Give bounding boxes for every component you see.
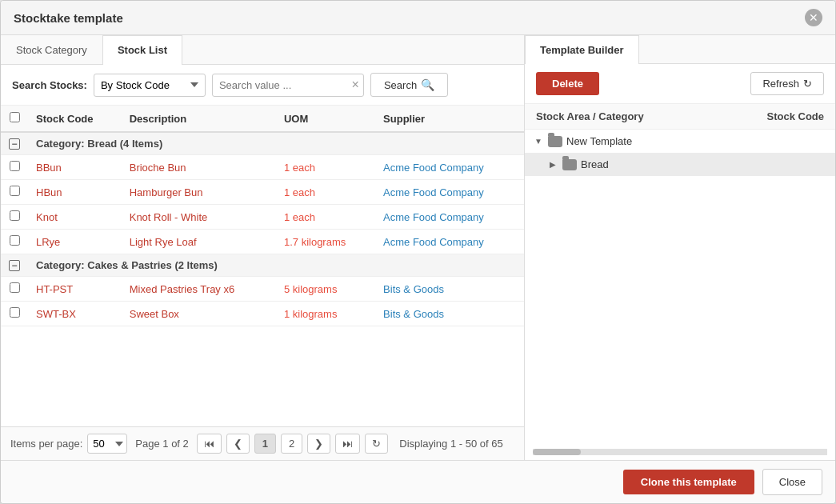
stock-code-link[interactable]: Knot xyxy=(36,211,58,223)
first-page-button[interactable]: ⏮ xyxy=(197,434,222,454)
description-cell: Light Rye Loaf xyxy=(122,230,276,254)
search-button[interactable]: Search 🔍 xyxy=(370,73,448,97)
row-checkbox[interactable] xyxy=(10,307,20,318)
col-area-label: Stock Area / Category xyxy=(536,110,644,122)
supplier-link[interactable]: Acme Food Company xyxy=(383,236,484,248)
clone-template-button[interactable]: Clone this template xyxy=(623,470,754,494)
stock-code-link[interactable]: SWT-BX xyxy=(36,308,76,320)
col-header-description: Description xyxy=(122,106,276,132)
description-cell: Knot Roll - White xyxy=(122,205,276,230)
tree-item-bread[interactable]: ▶ Bread xyxy=(525,153,835,176)
page-num-2[interactable]: 2 xyxy=(281,434,302,454)
table-row: Knot Knot Roll - White 1 each Acme Food … xyxy=(1,205,524,230)
right-toolbar: Delete Refresh ↻ xyxy=(525,64,835,104)
table-category-row: − Category: Cakes & Pastries (2 Items) xyxy=(1,254,524,277)
description-link[interactable]: Sweet Box xyxy=(130,308,179,320)
uom-cell: 1.7 kilograms xyxy=(276,230,375,254)
row-checkbox-cell xyxy=(1,302,28,326)
category-collapse-btn[interactable]: − xyxy=(1,254,28,277)
horizontal-scrollbar[interactable] xyxy=(533,449,827,455)
row-checkbox-cell xyxy=(1,277,28,302)
row-checkbox[interactable] xyxy=(10,186,20,196)
stock-code-cell: Knot xyxy=(28,205,122,230)
tree-header: Stock Area / Category Stock Code xyxy=(525,104,835,130)
right-tabs-bar: Template Builder xyxy=(525,35,835,64)
supplier-link[interactable]: Acme Food Company xyxy=(383,186,484,198)
tree-content: ▼ New Template ▶ Bread xyxy=(525,130,835,444)
row-checkbox[interactable] xyxy=(10,235,20,246)
category-collapse-btn[interactable]: − xyxy=(1,132,28,155)
close-x-button[interactable]: ✕ xyxy=(805,9,822,26)
refresh-pagination-button[interactable]: ↻ xyxy=(365,434,388,454)
stock-code-link[interactable]: HBun xyxy=(36,186,62,198)
search-input-wrap: × xyxy=(212,74,364,97)
select-all-checkbox[interactable] xyxy=(10,112,20,122)
uom-cell: 1 each xyxy=(276,180,375,205)
supplier-link[interactable]: Bits & Goods xyxy=(383,283,444,295)
pagination-bar: Items per page: 50 25 100 Page 1 of 2 ⏮ … xyxy=(1,426,524,460)
col-header-supplier: Supplier xyxy=(375,106,524,132)
folder-icon-bread xyxy=(562,159,577,170)
modal-footer: Clone this template Close xyxy=(1,460,835,503)
description-cell: Mixed Pastries Tray x6 xyxy=(122,277,276,302)
refresh-button[interactable]: Refresh ↻ xyxy=(750,72,824,95)
row-checkbox[interactable] xyxy=(10,282,20,293)
description-link[interactable]: Knot Roll - White xyxy=(130,211,208,223)
search-input[interactable] xyxy=(212,74,364,97)
modal-title: Stocktake template xyxy=(14,11,123,25)
stock-table-wrap: Stock Code Description UOM Supplier − Ca… xyxy=(1,106,524,426)
supplier-cell: Acme Food Company xyxy=(375,155,524,180)
tree-label-bread: Bread xyxy=(581,158,609,170)
stock-code-cell: HT-PST xyxy=(28,277,122,302)
description-link[interactable]: Mixed Pastries Tray x6 xyxy=(130,283,235,295)
supplier-cell: Acme Food Company xyxy=(375,180,524,205)
collapse-icon[interactable]: − xyxy=(9,260,20,271)
per-page-label: Items per page: xyxy=(10,438,82,450)
col-code-label: Stock Code xyxy=(766,110,824,122)
delete-button[interactable]: Delete xyxy=(536,72,599,95)
stock-code-link[interactable]: HT-PST xyxy=(36,283,73,295)
folder-icon-new-template xyxy=(548,136,562,147)
supplier-link[interactable]: Bits & Goods xyxy=(383,308,444,320)
tree-arrow-bread: ▶ xyxy=(547,159,558,170)
supplier-link[interactable]: Acme Food Company xyxy=(383,211,484,223)
next-page-button[interactable]: ❯ xyxy=(307,434,330,454)
prev-page-button[interactable]: ❮ xyxy=(226,434,250,454)
supplier-link[interactable]: Acme Food Company xyxy=(383,162,484,174)
scrollbar-thumb[interactable] xyxy=(533,449,581,455)
stock-code-cell: HBun xyxy=(28,180,122,205)
row-checkbox[interactable] xyxy=(10,161,20,171)
tab-template-builder[interactable]: Template Builder xyxy=(525,35,639,64)
description-cell: Sweet Box xyxy=(122,302,276,326)
description-link[interactable]: Hamburger Bun xyxy=(130,186,203,198)
description-link[interactable]: Brioche Bun xyxy=(130,162,186,174)
table-row: BBun Brioche Bun 1 each Acme Food Compan… xyxy=(1,155,524,180)
display-info: Displaying 1 - 50 of 65 xyxy=(399,438,502,450)
row-checkbox-cell xyxy=(1,155,28,180)
description-link[interactable]: Light Rye Loaf xyxy=(130,236,197,248)
description-cell: Hamburger Bun xyxy=(122,180,276,205)
stock-code-cell: BBun xyxy=(28,155,122,180)
close-footer-button[interactable]: Close xyxy=(762,469,822,495)
last-page-button[interactable]: ⏭ xyxy=(335,434,360,454)
search-by-select[interactable]: By Stock Code By Description By Supplier xyxy=(94,74,206,97)
collapse-icon[interactable]: − xyxy=(9,138,20,150)
page-num-1[interactable]: 1 xyxy=(254,434,276,454)
uom-cell: 1 kilograms xyxy=(276,302,375,326)
stock-code-link[interactable]: LRye xyxy=(36,236,60,248)
row-checkbox-cell xyxy=(1,205,28,230)
tab-stock-category[interactable]: Stock Category xyxy=(1,35,102,64)
table-row: SWT-BX Sweet Box 1 kilograms Bits & Good… xyxy=(1,302,524,326)
tree-label-new-template: New Template xyxy=(566,135,632,147)
clear-search-button[interactable]: × xyxy=(352,78,359,91)
per-page-select[interactable]: 50 25 100 xyxy=(87,434,127,454)
left-tabs-bar: Stock Category Stock List xyxy=(1,35,524,65)
stock-code-link[interactable]: BBun xyxy=(36,162,62,174)
tree-item-new-template[interactable]: ▼ New Template xyxy=(525,130,835,153)
uom-cell: 1 each xyxy=(276,205,375,230)
tab-stock-list[interactable]: Stock List xyxy=(102,35,182,65)
col-header-stock-code: Stock Code xyxy=(28,106,122,132)
left-panel: Stock Category Stock List Search Stocks:… xyxy=(1,35,525,460)
row-checkbox[interactable] xyxy=(10,210,20,221)
category-name: Category: Bread (4 Items) xyxy=(28,132,524,155)
